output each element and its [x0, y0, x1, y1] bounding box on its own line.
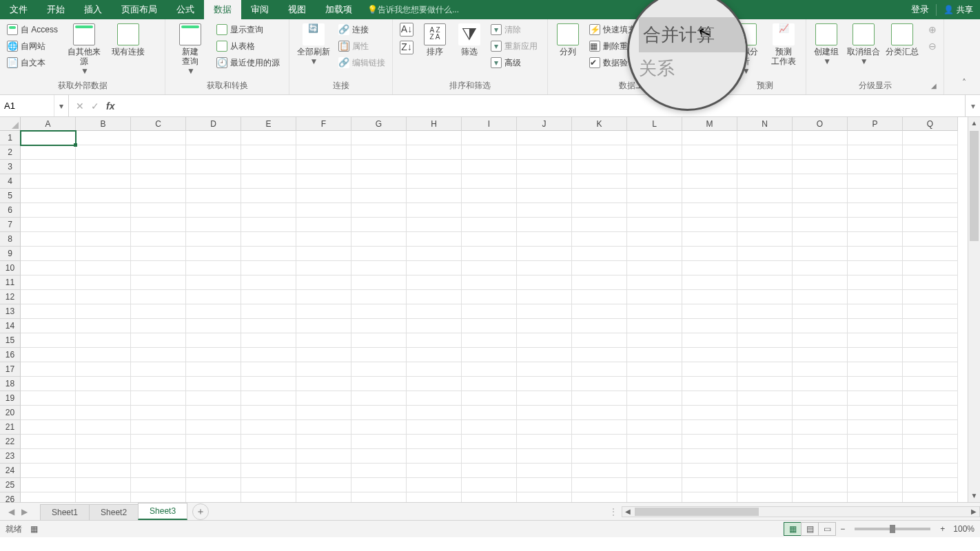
- row-header-13[interactable]: 13: [0, 304, 21, 319]
- cell-N8[interactable]: [737, 232, 793, 247]
- tab-开始[interactable]: 开始: [37, 0, 74, 19]
- cell-N4[interactable]: [737, 174, 793, 189]
- name-box-input[interactable]: [0, 101, 54, 111]
- sort-asc-button[interactable]: A↓: [397, 22, 416, 37]
- row-header-12[interactable]: 12: [0, 290, 21, 304]
- cell-F3[interactable]: [296, 160, 351, 174]
- cell-F5[interactable]: [296, 189, 351, 203]
- ungroup-button[interactable]: 取消组合▼: [846, 22, 881, 67]
- cell-A10[interactable]: [21, 261, 76, 276]
- cell-E5[interactable]: [241, 189, 296, 203]
- cell-D11[interactable]: [186, 276, 241, 290]
- recent-sources-button[interactable]: 🕘最近使用的源: [214, 55, 283, 70]
- cell-P4[interactable]: [848, 174, 903, 189]
- cell-C26[interactable]: [131, 492, 186, 503]
- cell-P3[interactable]: [848, 160, 903, 174]
- row-header-4[interactable]: 4: [0, 174, 21, 189]
- tab-文件[interactable]: 文件: [0, 0, 37, 19]
- fx-icon[interactable]: fx: [106, 101, 114, 112]
- cell-O4[interactable]: [793, 174, 848, 189]
- cell-I2[interactable]: [462, 145, 517, 160]
- cell-F7[interactable]: [296, 218, 351, 232]
- cell-O11[interactable]: [793, 276, 848, 290]
- cell-E26[interactable]: [241, 492, 296, 503]
- cell-L23[interactable]: [627, 449, 682, 464]
- cell-L17[interactable]: [627, 362, 682, 377]
- cell-B24[interactable]: [76, 464, 131, 478]
- cell-A14[interactable]: [21, 319, 76, 333]
- row-header-11[interactable]: 11: [0, 276, 21, 290]
- name-box-dropdown[interactable]: ▾: [54, 95, 68, 116]
- cell-A24[interactable]: [21, 464, 76, 478]
- cell-J17[interactable]: [517, 362, 572, 377]
- cell-B21[interactable]: [76, 420, 131, 435]
- cell-A8[interactable]: [21, 232, 76, 247]
- cell-K10[interactable]: [572, 261, 627, 276]
- cell-I21[interactable]: [462, 420, 517, 435]
- cell-Q23[interactable]: [903, 449, 958, 464]
- cell-N16[interactable]: [737, 348, 793, 362]
- cell-K17[interactable]: [572, 362, 627, 377]
- cell-P21[interactable]: [848, 420, 903, 435]
- cell-N22[interactable]: [737, 435, 793, 449]
- cell-P14[interactable]: [848, 319, 903, 333]
- cell-K4[interactable]: [572, 174, 627, 189]
- cell-L11[interactable]: [627, 276, 682, 290]
- scroll-thumb[interactable]: [635, 508, 759, 516]
- cell-M18[interactable]: [682, 377, 737, 391]
- cell-H25[interactable]: [407, 478, 462, 492]
- cell-N17[interactable]: [737, 362, 793, 377]
- cell-G21[interactable]: [351, 420, 407, 435]
- cell-Q1[interactable]: [903, 131, 958, 145]
- cell-L9[interactable]: [627, 247, 682, 261]
- cell-M26[interactable]: [682, 492, 737, 503]
- cell-Q21[interactable]: [903, 420, 958, 435]
- cell-J8[interactable]: [517, 232, 572, 247]
- row-header-10[interactable]: 10: [0, 261, 21, 276]
- cell-J10[interactable]: [517, 261, 572, 276]
- cell-J6[interactable]: [517, 203, 572, 218]
- split-handle[interactable]: ⋮: [605, 507, 622, 517]
- cell-O22[interactable]: [793, 435, 848, 449]
- cell-O20[interactable]: [793, 406, 848, 420]
- cell-K23[interactable]: [572, 449, 627, 464]
- cell-B16[interactable]: [76, 348, 131, 362]
- cell-N26[interactable]: [737, 492, 793, 503]
- cell-N6[interactable]: [737, 203, 793, 218]
- cell-O18[interactable]: [793, 377, 848, 391]
- cell-M23[interactable]: [682, 449, 737, 464]
- cell-B14[interactable]: [76, 319, 131, 333]
- cell-C10[interactable]: [131, 261, 186, 276]
- col-header-G[interactable]: G: [351, 117, 407, 131]
- cell-J16[interactable]: [517, 348, 572, 362]
- cell-P19[interactable]: [848, 391, 903, 406]
- cell-I16[interactable]: [462, 348, 517, 362]
- cell-L21[interactable]: [627, 420, 682, 435]
- cell-P17[interactable]: [848, 362, 903, 377]
- cell-Q20[interactable]: [903, 406, 958, 420]
- cell-K26[interactable]: [572, 492, 627, 503]
- col-header-D[interactable]: D: [186, 117, 241, 131]
- cell-K7[interactable]: [572, 218, 627, 232]
- cell-F20[interactable]: [296, 406, 351, 420]
- show-queries-button[interactable]: 显示查询: [214, 22, 283, 37]
- cell-A22[interactable]: [21, 435, 76, 449]
- cell-H8[interactable]: [407, 232, 462, 247]
- from-text-button[interactable]: 📄自文本: [4, 55, 61, 70]
- cell-B3[interactable]: [76, 160, 131, 174]
- cell-J26[interactable]: [517, 492, 572, 503]
- cell-I12[interactable]: [462, 290, 517, 304]
- cell-A3[interactable]: [21, 160, 76, 174]
- view-layout-button[interactable]: ▤: [801, 522, 819, 536]
- scroll-right-icon[interactable]: ▶: [968, 508, 979, 515]
- cell-G22[interactable]: [351, 435, 407, 449]
- cell-G7[interactable]: [351, 218, 407, 232]
- cell-I6[interactable]: [462, 203, 517, 218]
- cell-O14[interactable]: [793, 319, 848, 333]
- cell-F1[interactable]: [296, 131, 351, 145]
- scroll-left-icon[interactable]: ◀: [622, 508, 633, 515]
- cell-B4[interactable]: [76, 174, 131, 189]
- cell-E1[interactable]: [241, 131, 296, 145]
- cell-G4[interactable]: [351, 174, 407, 189]
- cell-H18[interactable]: [407, 377, 462, 391]
